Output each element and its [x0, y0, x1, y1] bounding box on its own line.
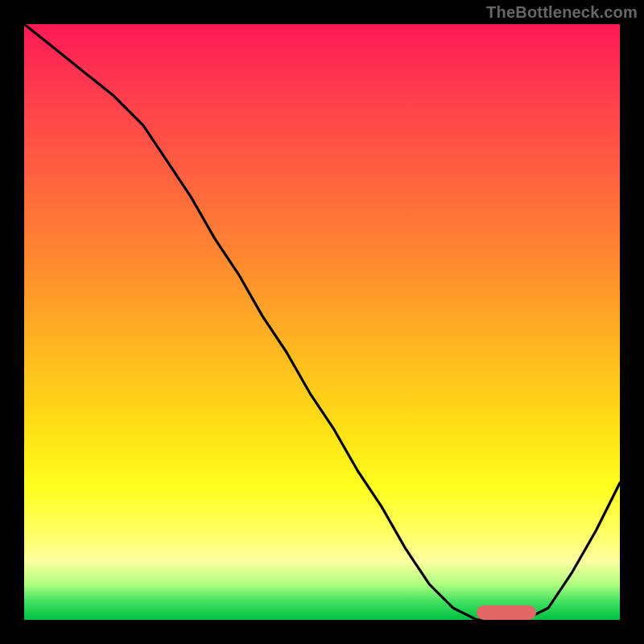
plot-area: [24, 24, 620, 620]
chart-frame: TheBottleneck.com: [0, 0, 644, 644]
optimal-range-marker: [477, 605, 536, 620]
bottleneck-curve: [24, 24, 620, 620]
attribution-text: TheBottleneck.com: [486, 3, 638, 22]
